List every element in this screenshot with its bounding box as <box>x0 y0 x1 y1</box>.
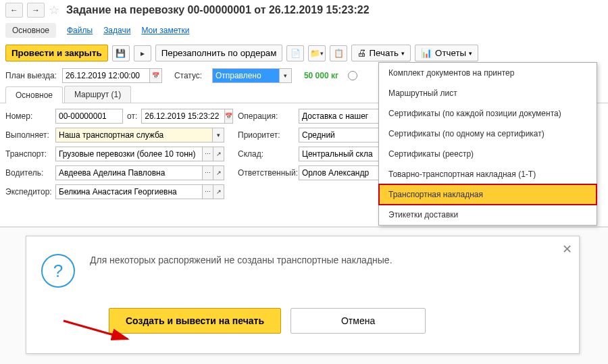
executor-input[interactable] <box>55 128 213 142</box>
status-label: Статус: <box>174 71 207 80</box>
responsible-label: Ответственный: <box>238 168 299 178</box>
confirm-dialog: ✕ ? Для некоторых распоряжений не создан… <box>26 236 580 354</box>
driver-input[interactable] <box>55 165 203 180</box>
printer-icon: 🖨 <box>357 48 366 58</box>
structure-icon-button[interactable]: 📋 <box>330 45 347 61</box>
dialog-overlay: ✕ ? Для некоторых распоряжений не создан… <box>0 226 608 364</box>
refill-by-orders-button[interactable]: Перезаполнить по ордерам <box>155 45 283 61</box>
doc-icon-button[interactable]: 📄 <box>286 45 304 61</box>
folder-icon-button[interactable]: 📁▾ <box>308 45 326 61</box>
transport-label: Транспорт: <box>5 149 55 159</box>
from-calendar-button[interactable]: 📅 <box>225 109 233 124</box>
dd-item-labels[interactable]: Этикетки доставки <box>379 205 597 225</box>
status-input[interactable] <box>212 68 280 83</box>
tab-route[interactable]: Маршрут (1) <box>64 86 131 103</box>
transport-open-button[interactable]: ↗ <box>213 147 224 161</box>
forwarder-open-button[interactable]: ↗ <box>213 184 224 199</box>
section-files[interactable]: Файлы <box>67 26 93 35</box>
structure-icon: 📋 <box>334 49 344 58</box>
plan-departure-label: План выезда: <box>5 71 57 80</box>
post-and-close-button[interactable]: Провести и закрыть <box>5 45 108 61</box>
priority-label: Приоритет: <box>238 130 299 140</box>
number-input[interactable] <box>55 109 123 124</box>
post-icon: ▸ <box>141 49 145 58</box>
print-label: Печать <box>369 48 399 58</box>
forwarder-label: Экспедитор: <box>5 187 55 197</box>
calendar-icon: 📅 <box>225 113 232 120</box>
section-notes[interactable]: Мои заметки <box>141 26 189 35</box>
plan-departure-input[interactable] <box>62 68 150 83</box>
dd-item-docset[interactable]: Комплект документов на принтер <box>379 63 597 83</box>
calendar-icon: 📅 <box>152 72 159 79</box>
dd-item-routesheet[interactable]: Маршрутный лист <box>379 83 597 103</box>
warehouse-label: Склад: <box>238 149 299 159</box>
section-tasks[interactable]: Задачи <box>103 26 130 35</box>
number-label: Номер: <box>5 111 55 121</box>
operation-label: Операция: <box>238 111 299 121</box>
weight-radio[interactable] <box>348 71 357 80</box>
dialog-message: Для некоторых распоряжений не созданы тр… <box>90 254 392 267</box>
dd-item-transport-invoice[interactable]: Транспортная накладная <box>379 184 597 205</box>
from-label: от: <box>127 111 137 121</box>
chevron-down-icon: ▾ <box>320 50 324 57</box>
driver-open-button[interactable]: ↗ <box>213 165 224 180</box>
dd-item-cert-one[interactable]: Сертификаты (по одному на сертификат) <box>379 124 597 144</box>
question-icon: ? <box>41 254 75 288</box>
section-main[interactable]: Основное <box>5 23 56 38</box>
chevron-down-icon: ▾ <box>469 50 472 57</box>
print-dropdown-menu: Комплект документов на принтер Маршрутны… <box>378 62 597 226</box>
post-button[interactable]: ▸ <box>134 45 151 61</box>
dd-item-cert-each[interactable]: Сертификаты (по каждой позиции документа… <box>379 103 597 124</box>
reports-label: Отчеты <box>435 48 466 58</box>
document-icon: 📄 <box>290 49 301 58</box>
folder-icon: 📁 <box>310 49 320 58</box>
save-button[interactable]: 💾 <box>112 45 130 61</box>
executor-select-button[interactable]: ▾ <box>213 128 224 142</box>
forwarder-input[interactable] <box>55 184 203 199</box>
forwarder-select-button[interactable]: ⋯ <box>203 184 213 199</box>
transport-select-button[interactable]: ⋯ <box>203 147 213 161</box>
create-and-print-button[interactable]: Создать и вывести на печать <box>109 308 281 334</box>
reports-button[interactable]: 📊 Отчеты ▾ <box>415 45 478 61</box>
dialog-close-button[interactable]: ✕ <box>562 242 572 257</box>
status-dropdown-button[interactable]: ▾ <box>280 68 292 83</box>
chevron-down-icon: ▾ <box>284 72 287 79</box>
tab-main[interactable]: Основное <box>5 86 63 103</box>
page-title: Задание на перевозку 00-00000001 от 26.1… <box>66 4 370 16</box>
chevron-down-icon: ▾ <box>401 50 405 57</box>
dd-item-cert-registry[interactable]: Сертификаты (реестр) <box>379 144 597 164</box>
cancel-button[interactable]: Отмена <box>290 308 426 334</box>
report-icon: 📊 <box>421 48 432 58</box>
calendar-button[interactable]: 📅 <box>150 68 162 83</box>
favorite-star-icon[interactable]: ☆ <box>49 3 59 18</box>
back-button[interactable]: ← <box>5 3 23 18</box>
transport-input[interactable] <box>55 147 203 161</box>
driver-select-button[interactable]: ⋯ <box>203 165 213 180</box>
dd-item-ttn[interactable]: Товарно-транспортная накладная (1-Т) <box>379 164 597 184</box>
driver-label: Водитель: <box>5 168 55 178</box>
from-date-input[interactable] <box>141 109 225 124</box>
forward-button[interactable]: → <box>27 3 45 18</box>
print-button[interactable]: 🖨 Печать ▾ <box>351 45 411 61</box>
executor-label: Выполняет: <box>5 130 55 140</box>
weight-value: 50 000 кг <box>304 71 338 80</box>
save-icon: 💾 <box>116 49 126 58</box>
